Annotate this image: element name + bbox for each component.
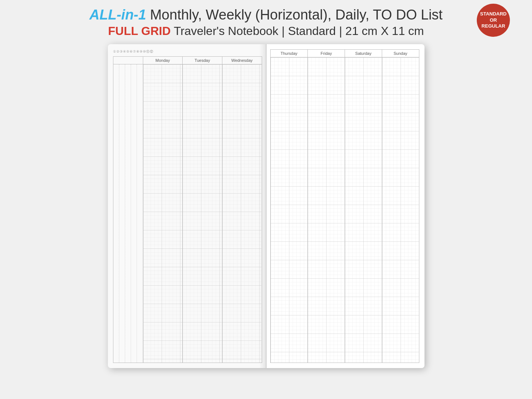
tuesday-header: Tuesday [182,57,222,64]
svg-rect-11 [345,57,382,363]
thursday-header: Thursday [271,50,308,57]
subcol-2 [119,64,125,363]
friday-header: Friday [307,50,345,57]
svg-rect-5 [222,64,262,363]
thursday-column [271,57,308,363]
subcol-5 [137,64,142,363]
monday-header: Monday [143,57,183,64]
title-line2: FULL GRID Traveler's Notebook | Standard… [0,24,532,39]
left-grid-header: Monday Tuesday Wednesday [113,56,262,64]
week-numbers: ①②③④⑤⑥⑦⑧⑨⑩⑪⑫ [113,49,262,54]
left-grid-body [113,64,262,363]
header: ALL-in-1 Monthly, Weekly (Horizontal), D… [0,0,532,42]
svg-rect-9 [308,57,345,363]
title-highlight: ALL-in-1 [89,7,146,22]
svg-rect-7 [271,57,308,363]
badge-text: STANDARDORREGULAR [480,11,507,30]
title-rest: Monthly, Weekly (Horizontal), Daily, TO … [146,7,443,22]
friday-column [307,57,345,363]
svg-rect-13 [382,57,419,363]
notebook: ①②③④⑤⑥⑦⑧⑨⑩⑪⑫ Monday Tuesday Wednesday [108,44,424,368]
label-column [113,64,143,363]
wednesday-column [222,64,262,363]
subcol-1 [113,64,119,363]
sunday-header: Sunday [382,50,419,57]
left-label-col-header [113,57,143,64]
right-page: Thursday Friday Saturday Sunday [267,44,424,368]
left-page: ①②③④⑤⑥⑦⑧⑨⑩⑪⑫ Monday Tuesday Wednesday [108,44,267,368]
sunday-column [382,57,419,363]
subtitle-rest: Traveler's Notebook | Standard | 21 cm X… [171,24,424,38]
badge: STANDARDORREGULAR [477,4,510,37]
title-line1: ALL-in-1 Monthly, Weekly (Horizontal), D… [0,7,532,24]
subcol-4 [131,64,137,363]
tuesday-column [182,64,222,363]
svg-rect-1 [143,64,183,363]
monday-column [143,64,183,363]
right-grid-body [270,57,419,363]
saturday-header: Saturday [345,50,382,57]
right-grid-header: Thursday Friday Saturday Sunday [270,49,419,57]
svg-rect-3 [183,64,222,363]
subtitle-red: FULL GRID [108,24,171,38]
wednesday-header: Wednesday [222,57,262,64]
subcol-3 [125,64,131,363]
saturday-column [345,57,382,363]
